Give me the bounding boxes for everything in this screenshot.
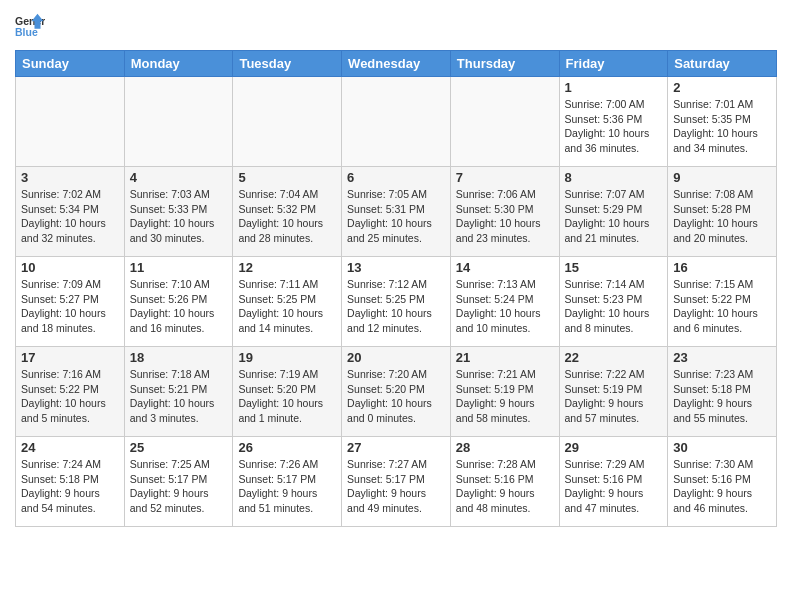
calendar-day-cell <box>233 77 342 167</box>
day-number: 13 <box>347 260 445 275</box>
calendar-day-cell: 14Sunrise: 7:13 AM Sunset: 5:24 PM Dayli… <box>450 257 559 347</box>
day-number: 23 <box>673 350 771 365</box>
calendar-day-cell: 9Sunrise: 7:08 AM Sunset: 5:28 PM Daylig… <box>668 167 777 257</box>
calendar-day-cell <box>450 77 559 167</box>
day-detail: Sunrise: 7:23 AM Sunset: 5:18 PM Dayligh… <box>673 367 771 426</box>
calendar-day-cell: 28Sunrise: 7:28 AM Sunset: 5:16 PM Dayli… <box>450 437 559 527</box>
calendar-day-cell: 22Sunrise: 7:22 AM Sunset: 5:19 PM Dayli… <box>559 347 668 437</box>
day-number: 9 <box>673 170 771 185</box>
calendar-week-row: 10Sunrise: 7:09 AM Sunset: 5:27 PM Dayli… <box>16 257 777 347</box>
day-detail: Sunrise: 7:08 AM Sunset: 5:28 PM Dayligh… <box>673 187 771 246</box>
calendar-day-cell: 27Sunrise: 7:27 AM Sunset: 5:17 PM Dayli… <box>342 437 451 527</box>
calendar-day-cell: 29Sunrise: 7:29 AM Sunset: 5:16 PM Dayli… <box>559 437 668 527</box>
day-detail: Sunrise: 7:05 AM Sunset: 5:31 PM Dayligh… <box>347 187 445 246</box>
calendar-day-cell: 6Sunrise: 7:05 AM Sunset: 5:31 PM Daylig… <box>342 167 451 257</box>
day-number: 14 <box>456 260 554 275</box>
calendar-day-cell: 13Sunrise: 7:12 AM Sunset: 5:25 PM Dayli… <box>342 257 451 347</box>
day-number: 7 <box>456 170 554 185</box>
calendar-week-row: 1Sunrise: 7:00 AM Sunset: 5:36 PM Daylig… <box>16 77 777 167</box>
calendar-week-row: 17Sunrise: 7:16 AM Sunset: 5:22 PM Dayli… <box>16 347 777 437</box>
day-number: 11 <box>130 260 228 275</box>
weekday-header: Saturday <box>668 51 777 77</box>
day-number: 27 <box>347 440 445 455</box>
day-number: 17 <box>21 350 119 365</box>
day-number: 4 <box>130 170 228 185</box>
weekday-header: Wednesday <box>342 51 451 77</box>
day-number: 5 <box>238 170 336 185</box>
day-detail: Sunrise: 7:24 AM Sunset: 5:18 PM Dayligh… <box>21 457 119 516</box>
calendar-table: SundayMondayTuesdayWednesdayThursdayFrid… <box>15 50 777 527</box>
svg-text:Blue: Blue <box>15 26 38 38</box>
weekday-header: Friday <box>559 51 668 77</box>
day-detail: Sunrise: 7:02 AM Sunset: 5:34 PM Dayligh… <box>21 187 119 246</box>
calendar-day-cell: 7Sunrise: 7:06 AM Sunset: 5:30 PM Daylig… <box>450 167 559 257</box>
weekday-header: Monday <box>124 51 233 77</box>
day-detail: Sunrise: 7:26 AM Sunset: 5:17 PM Dayligh… <box>238 457 336 516</box>
weekday-header: Sunday <box>16 51 125 77</box>
day-detail: Sunrise: 7:15 AM Sunset: 5:22 PM Dayligh… <box>673 277 771 336</box>
calendar-day-cell: 12Sunrise: 7:11 AM Sunset: 5:25 PM Dayli… <box>233 257 342 347</box>
day-detail: Sunrise: 7:11 AM Sunset: 5:25 PM Dayligh… <box>238 277 336 336</box>
calendar-week-row: 24Sunrise: 7:24 AM Sunset: 5:18 PM Dayli… <box>16 437 777 527</box>
calendar-day-cell: 11Sunrise: 7:10 AM Sunset: 5:26 PM Dayli… <box>124 257 233 347</box>
day-detail: Sunrise: 7:25 AM Sunset: 5:17 PM Dayligh… <box>130 457 228 516</box>
day-detail: Sunrise: 7:13 AM Sunset: 5:24 PM Dayligh… <box>456 277 554 336</box>
calendar-day-cell: 25Sunrise: 7:25 AM Sunset: 5:17 PM Dayli… <box>124 437 233 527</box>
calendar-day-cell: 2Sunrise: 7:01 AM Sunset: 5:35 PM Daylig… <box>668 77 777 167</box>
day-detail: Sunrise: 7:00 AM Sunset: 5:36 PM Dayligh… <box>565 97 663 156</box>
day-detail: Sunrise: 7:03 AM Sunset: 5:33 PM Dayligh… <box>130 187 228 246</box>
weekday-header: Tuesday <box>233 51 342 77</box>
day-number: 10 <box>21 260 119 275</box>
day-number: 21 <box>456 350 554 365</box>
day-number: 16 <box>673 260 771 275</box>
day-detail: Sunrise: 7:19 AM Sunset: 5:20 PM Dayligh… <box>238 367 336 426</box>
day-number: 24 <box>21 440 119 455</box>
calendar-day-cell: 19Sunrise: 7:19 AM Sunset: 5:20 PM Dayli… <box>233 347 342 437</box>
day-detail: Sunrise: 7:01 AM Sunset: 5:35 PM Dayligh… <box>673 97 771 156</box>
calendar-day-cell <box>16 77 125 167</box>
day-detail: Sunrise: 7:18 AM Sunset: 5:21 PM Dayligh… <box>130 367 228 426</box>
day-detail: Sunrise: 7:29 AM Sunset: 5:16 PM Dayligh… <box>565 457 663 516</box>
calendar-header-row: SundayMondayTuesdayWednesdayThursdayFrid… <box>16 51 777 77</box>
day-detail: Sunrise: 7:16 AM Sunset: 5:22 PM Dayligh… <box>21 367 119 426</box>
day-number: 26 <box>238 440 336 455</box>
calendar-day-cell: 17Sunrise: 7:16 AM Sunset: 5:22 PM Dayli… <box>16 347 125 437</box>
calendar-day-cell: 16Sunrise: 7:15 AM Sunset: 5:22 PM Dayli… <box>668 257 777 347</box>
day-number: 25 <box>130 440 228 455</box>
calendar-day-cell: 24Sunrise: 7:24 AM Sunset: 5:18 PM Dayli… <box>16 437 125 527</box>
day-detail: Sunrise: 7:22 AM Sunset: 5:19 PM Dayligh… <box>565 367 663 426</box>
calendar-day-cell <box>342 77 451 167</box>
weekday-header: Thursday <box>450 51 559 77</box>
day-number: 8 <box>565 170 663 185</box>
page-header: General Blue <box>15 10 777 40</box>
calendar-day-cell: 30Sunrise: 7:30 AM Sunset: 5:16 PM Dayli… <box>668 437 777 527</box>
day-detail: Sunrise: 7:20 AM Sunset: 5:20 PM Dayligh… <box>347 367 445 426</box>
calendar-week-row: 3Sunrise: 7:02 AM Sunset: 5:34 PM Daylig… <box>16 167 777 257</box>
day-number: 12 <box>238 260 336 275</box>
day-number: 20 <box>347 350 445 365</box>
day-detail: Sunrise: 7:27 AM Sunset: 5:17 PM Dayligh… <box>347 457 445 516</box>
day-number: 6 <box>347 170 445 185</box>
day-detail: Sunrise: 7:30 AM Sunset: 5:16 PM Dayligh… <box>673 457 771 516</box>
day-number: 28 <box>456 440 554 455</box>
day-detail: Sunrise: 7:21 AM Sunset: 5:19 PM Dayligh… <box>456 367 554 426</box>
day-detail: Sunrise: 7:14 AM Sunset: 5:23 PM Dayligh… <box>565 277 663 336</box>
calendar-day-cell: 18Sunrise: 7:18 AM Sunset: 5:21 PM Dayli… <box>124 347 233 437</box>
day-detail: Sunrise: 7:04 AM Sunset: 5:32 PM Dayligh… <box>238 187 336 246</box>
calendar-day-cell: 3Sunrise: 7:02 AM Sunset: 5:34 PM Daylig… <box>16 167 125 257</box>
calendar-day-cell: 4Sunrise: 7:03 AM Sunset: 5:33 PM Daylig… <box>124 167 233 257</box>
calendar-day-cell: 21Sunrise: 7:21 AM Sunset: 5:19 PM Dayli… <box>450 347 559 437</box>
day-number: 22 <box>565 350 663 365</box>
day-detail: Sunrise: 7:12 AM Sunset: 5:25 PM Dayligh… <box>347 277 445 336</box>
calendar-day-cell: 23Sunrise: 7:23 AM Sunset: 5:18 PM Dayli… <box>668 347 777 437</box>
day-detail: Sunrise: 7:10 AM Sunset: 5:26 PM Dayligh… <box>130 277 228 336</box>
day-detail: Sunrise: 7:07 AM Sunset: 5:29 PM Dayligh… <box>565 187 663 246</box>
page-container: General Blue SundayMondayTuesdayWednesda… <box>0 0 792 537</box>
calendar-day-cell: 8Sunrise: 7:07 AM Sunset: 5:29 PM Daylig… <box>559 167 668 257</box>
calendar-day-cell: 5Sunrise: 7:04 AM Sunset: 5:32 PM Daylig… <box>233 167 342 257</box>
day-number: 30 <box>673 440 771 455</box>
day-detail: Sunrise: 7:09 AM Sunset: 5:27 PM Dayligh… <box>21 277 119 336</box>
day-number: 3 <box>21 170 119 185</box>
logo-icon: General Blue <box>15 10 45 40</box>
calendar-day-cell: 20Sunrise: 7:20 AM Sunset: 5:20 PM Dayli… <box>342 347 451 437</box>
